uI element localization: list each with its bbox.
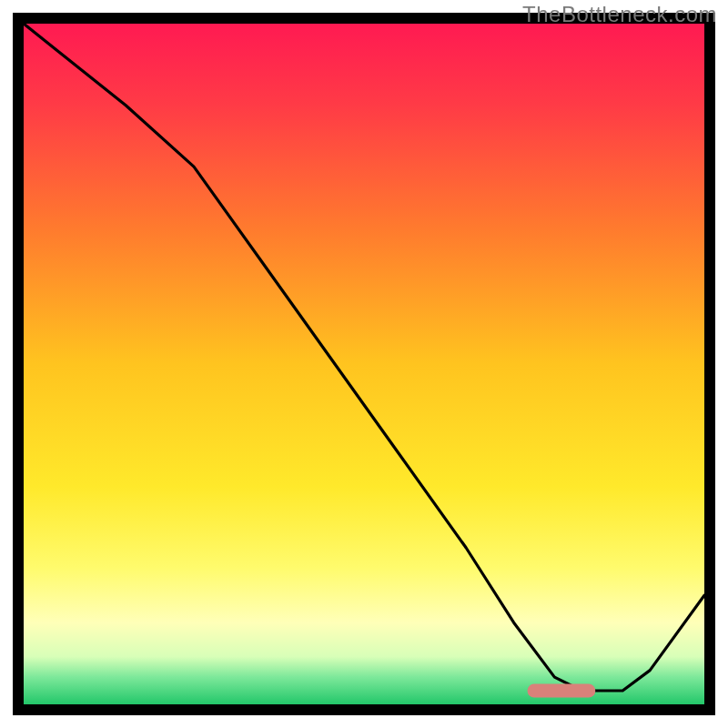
watermark-label: TheBottleneck.com	[522, 2, 717, 27]
optimal-marker	[528, 684, 596, 698]
gradient-background	[24, 24, 704, 704]
bottleneck-chart: TheBottleneck.com	[0, 0, 728, 728]
chart-svg	[0, 0, 728, 728]
